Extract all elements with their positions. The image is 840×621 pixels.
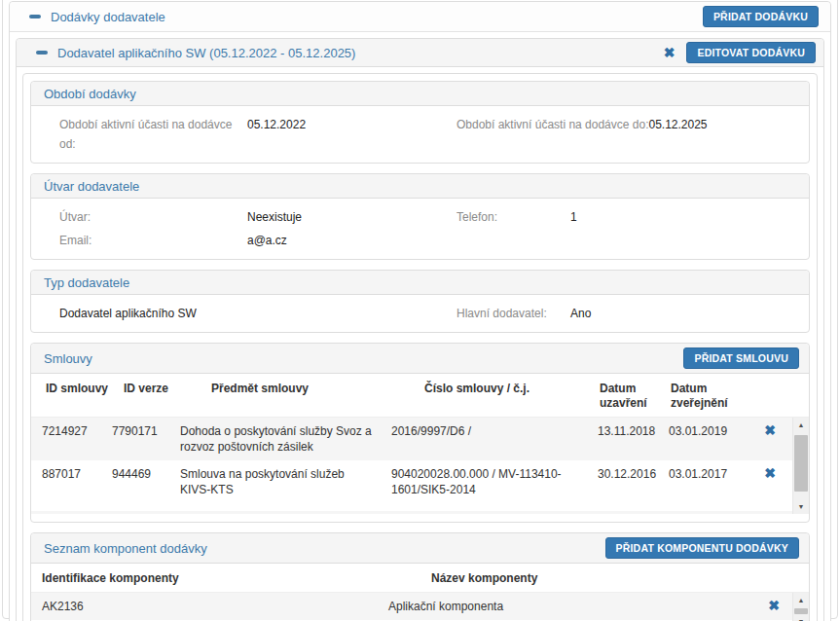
section-type: Typ dodavatele Dodavatel aplikačního SW … bbox=[30, 270, 810, 333]
contract-row: 887017 944469 Smlouva na poskytování slu… bbox=[31, 460, 792, 511]
components-table-header: Identifikace komponenty Název komponenty bbox=[31, 564, 809, 592]
section-department-title: Útvar dodavatele bbox=[44, 179, 139, 194]
section-components: Seznam komponent dodávky PŘIDAT KOMPONEN… bbox=[30, 532, 810, 621]
scroll-up-icon[interactable]: ▲ bbox=[793, 593, 809, 607]
contracts-table: ID smlouvy ID verze Předmět smlouvy Čísl… bbox=[31, 374, 809, 522]
cell-cislo: 2016/9997/D6 / bbox=[391, 423, 598, 439]
section-period-body: Období aktivní účasti na dodávce od: 05.… bbox=[31, 106, 809, 163]
section-department-body: Útvar: Neexistuje Telefon: 1 bbox=[31, 199, 809, 259]
column-header-id-smlouvy: ID smlouvy bbox=[42, 382, 112, 411]
main-supplier-value: Ano bbox=[570, 304, 591, 323]
scroll-up-icon[interactable]: ▲ bbox=[793, 418, 809, 432]
deliveries-panel-title: Dodávky dodavatele bbox=[51, 10, 165, 24]
section-period: Období dodávky Období aktivní účasti na … bbox=[30, 81, 810, 164]
cell-datum-zverejneni: 03.01.2017 bbox=[669, 466, 751, 482]
contracts-scroll-area: 7214927 7790171 Dohoda o poskytování slu… bbox=[31, 417, 809, 514]
add-contract-button[interactable]: PŘIDAT SMLOUVU bbox=[683, 347, 799, 369]
remove-contract-icon[interactable]: ✖ bbox=[751, 466, 788, 480]
cell-id-smlouvy: 7214927 bbox=[42, 423, 112, 439]
column-header-identifikace: Identifikace komponenty bbox=[42, 571, 388, 586]
section-contracts-title: Smlouvy bbox=[44, 351, 92, 366]
type-field-row: Dodavatel aplikačního SW Hlavní dodavate… bbox=[31, 302, 809, 325]
column-header-datum-zverejneni: Datum zveřejnění bbox=[669, 382, 751, 411]
department-field-row: Email: a@a.cz bbox=[31, 229, 809, 252]
telefon-value: 1 bbox=[570, 207, 577, 227]
section-department-heading: Útvar dodavatele bbox=[31, 174, 809, 199]
remove-supplier-icon[interactable]: ✖ bbox=[664, 46, 676, 59]
cell-identifikace: AK2136 bbox=[42, 599, 388, 614]
cell-id-verze: 944469 bbox=[112, 466, 180, 482]
cell-datum-uzavreni: 13.11.2018 bbox=[598, 423, 669, 439]
email-label: Email: bbox=[59, 231, 247, 250]
cell-cislo: 904020028.00.000 / MV-113410-1601/SIK5-2… bbox=[391, 466, 598, 497]
section-type-body: Dodavatel aplikačního SW Hlavní dodavate… bbox=[31, 295, 809, 332]
column-header-cislo: Číslo smlouvy / č.j. bbox=[391, 382, 598, 411]
section-period-title: Období dodávky bbox=[44, 87, 136, 101]
period-field-row: Období aktivní účasti na dodávce od: 05.… bbox=[31, 113, 809, 156]
page-container: Dodávky dodavatele PŘIDAT DODÁVKU Dodava… bbox=[2, 0, 838, 619]
supplier-panel-heading: Dodavatel aplikačního SW (05.12.2022 - 0… bbox=[17, 39, 823, 67]
main-supplier-label: Hlavní dodavatel: bbox=[457, 304, 570, 323]
section-contracts-heading: Smlouvy PŘIDAT SMLOUVU bbox=[31, 344, 809, 374]
column-header-datum-uzavreni: Datum uzavření bbox=[598, 382, 669, 411]
cell-predmet: Smlouva na poskytování služeb KIVS-KTS bbox=[180, 466, 391, 497]
column-header-id-verze: ID verze bbox=[112, 382, 180, 411]
deliveries-panel-heading: Dodávky dodavatele PŘIDAT DODÁVKU bbox=[10, 2, 830, 32]
remove-component-icon[interactable]: ✖ bbox=[755, 599, 792, 612]
cell-datum-uzavreni: 30.12.2016 bbox=[598, 466, 669, 482]
edit-delivery-button[interactable]: EDITOVAT DODÁVKU bbox=[686, 42, 816, 63]
type-value: Dodavatel aplikačního SW bbox=[59, 304, 197, 323]
period-from-value: 05.12.2022 bbox=[247, 115, 306, 154]
deliveries-panel-body: Dodavatel aplikačního SW (05.12.2022 - 0… bbox=[10, 32, 830, 621]
add-delivery-button[interactable]: PŘIDAT DODÁVKU bbox=[703, 6, 819, 27]
utvar-label: Útvar: bbox=[59, 207, 247, 227]
period-from-label: Období aktivní účasti na dodávce od: bbox=[59, 115, 247, 154]
cell-predmet: Dohoda o poskytování služby Svoz a rozvo… bbox=[180, 423, 391, 455]
section-period-heading: Období dodávky bbox=[31, 82, 809, 106]
remove-contract-icon[interactable]: ✖ bbox=[751, 423, 788, 437]
telefon-label: Telefon: bbox=[457, 207, 570, 227]
add-component-button[interactable]: PŘIDAT KOMPONENTU DODÁVKY bbox=[605, 537, 799, 559]
column-header-predmet: Předmět smlouvy bbox=[180, 382, 391, 411]
scroll-down-icon[interactable]: ▼ bbox=[793, 499, 809, 514]
section-components-title: Seznam komponent dodávky bbox=[44, 541, 207, 556]
email-value: a@a.cz bbox=[247, 231, 287, 250]
scroll-down-icon[interactable]: ▼ bbox=[793, 614, 809, 621]
period-to-value: 05.12.2025 bbox=[648, 115, 707, 154]
components-table: Identifikace komponenty Název komponenty… bbox=[31, 564, 809, 621]
period-to-label: Období aktivní účasti na dodávce do: bbox=[457, 115, 648, 154]
supplier-panel-body: Období dodávky Období aktivní účasti na … bbox=[17, 67, 823, 621]
cell-datum-zverejneni: 03.01.2019 bbox=[669, 423, 751, 439]
contracts-scrollbar[interactable]: ▲ ▼ bbox=[792, 418, 809, 514]
components-scrollbar[interactable]: ▲ ▼ bbox=[792, 593, 809, 621]
collapse-supplier-icon[interactable] bbox=[36, 51, 48, 55]
supplier-panel-title: Dodavatel aplikačního SW (05.12.2022 - 0… bbox=[57, 46, 355, 60]
component-row: AK2136 Aplikační komponenta ✖ bbox=[31, 593, 792, 620]
contract-row: 17638619 18976087 01793000, PH10, Sazečs… bbox=[31, 511, 792, 514]
department-field-row: Útvar: Neexistuje Telefon: 1 bbox=[31, 205, 809, 229]
utvar-value: Neexistuje bbox=[247, 207, 302, 227]
cell-id-smlouvy: 887017 bbox=[42, 466, 112, 482]
section-contracts: Smlouvy PŘIDAT SMLOUVU ID smlouvy ID ver… bbox=[30, 343, 810, 523]
components-scroll-area: AK2136 Aplikační komponenta ✖ ▲ ▼ bbox=[31, 592, 809, 621]
section-department: Útvar dodavatele Útvar: Neexistuje T bbox=[30, 173, 810, 260]
column-header-nazev: Název komponenty bbox=[388, 571, 768, 586]
section-type-title: Typ dodavatele bbox=[44, 275, 129, 290]
supplier-panel: Dodavatel aplikačního SW (05.12.2022 - 0… bbox=[16, 38, 824, 621]
deliveries-panel: Dodávky dodavatele PŘIDAT DODÁVKU Dodava… bbox=[9, 1, 831, 621]
section-components-heading: Seznam komponent dodávky PŘIDAT KOMPONEN… bbox=[31, 533, 809, 564]
scroll-thumb[interactable] bbox=[794, 435, 808, 492]
cell-nazev: Aplikační komponenta bbox=[388, 599, 755, 614]
collapse-deliveries-icon[interactable] bbox=[29, 15, 41, 18]
cell-id-verze: 7790171 bbox=[112, 423, 180, 439]
contract-row: 7214927 7790171 Dohoda o poskytování slu… bbox=[31, 418, 792, 460]
contracts-table-header: ID smlouvy ID verze Předmět smlouvy Čísl… bbox=[31, 374, 809, 417]
supplier-sections-wrap: Období dodávky Období aktivní účasti na … bbox=[22, 73, 818, 621]
section-type-heading: Typ dodavatele bbox=[31, 271, 809, 295]
